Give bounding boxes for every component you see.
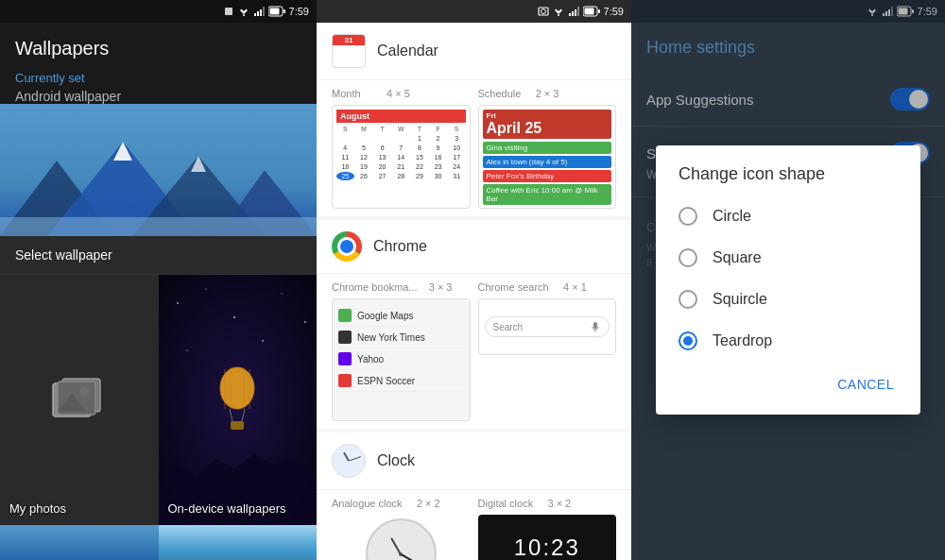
wallpapers-panel: 7:59 Wallpapers Currently set Android wa… <box>0 0 317 560</box>
chrome-search-label: Chrome search 4 × 1 <box>478 281 617 293</box>
clock-analog-col: Analogue clock 2 × 2 <box>332 498 471 560</box>
teardrop-option[interactable]: Teardrop <box>656 320 920 362</box>
calendar-schedule-preview[interactable]: Fri April 25 Gina visiting Alex in town … <box>478 105 617 209</box>
my-photos-cell[interactable]: My photos <box>0 275 159 525</box>
currently-set-label: Currently set <box>0 71 317 89</box>
squircle-option[interactable]: Squircle <box>656 279 920 320</box>
sched-event-2: Alex in town (day 4 of 5) <box>483 156 612 168</box>
status-icons-widgets: 7:59 <box>538 6 624 17</box>
status-bar-widgets: 7:59 <box>317 0 631 23</box>
calendar-section-header[interactable]: 31 Calendar <box>317 23 631 80</box>
calendar-app-icon: 31 <box>332 34 366 68</box>
chrome-section-header[interactable]: Chrome <box>317 220 631 274</box>
chrome-app-icon <box>332 231 362 262</box>
sched-event-4: Coffee with Eric 10:00 am @ Milk Bar <box>483 184 612 205</box>
svg-rect-39 <box>231 421 244 430</box>
svg-point-43 <box>558 14 559 16</box>
svg-rect-50 <box>598 9 600 13</box>
svg-point-28 <box>304 321 306 323</box>
wallpapers-title: Wallpapers <box>0 23 317 71</box>
chrome-bookmark-label: Chrome bookma... 3 × 3 <box>332 281 471 293</box>
svg-rect-9 <box>284 9 285 13</box>
calendar-widget-row: Month 4 × 5 August SMTWTFS 123 45678910 … <box>317 80 631 216</box>
squircle-label: Squircle <box>713 291 767 308</box>
wallpaper-mountain-svg <box>0 104 317 236</box>
circle-label: Circle <box>713 208 751 225</box>
espn-icon <box>338 374 352 387</box>
wifi-icon <box>238 6 249 17</box>
svg-point-41 <box>541 9 545 14</box>
ocean-thumb[interactable] <box>159 525 318 560</box>
wallpaper-main-preview <box>0 104 317 236</box>
svg-point-24 <box>177 302 179 304</box>
svg-rect-3 <box>254 13 256 16</box>
blue-sky-thumb[interactable] <box>0 525 159 560</box>
notification-icon <box>223 6 234 17</box>
dialog-title: Change icon shape <box>656 145 920 195</box>
svg-rect-4 <box>257 11 259 16</box>
bookmark-item-nyt: New York Times <box>338 327 464 348</box>
digital-clock-preview[interactable]: 10:23 TUE, MAR 27 WED, 8:30 AM <box>478 515 617 560</box>
chrome-widget-row: Chrome bookma... 3 × 3 Google Maps New Y… <box>317 274 631 429</box>
svg-rect-17 <box>0 217 317 236</box>
wallpaper-bottom-row <box>0 525 317 560</box>
chrome-bookmark-preview[interactable]: Google Maps New York Times Yahoo ESPN So… <box>332 298 471 421</box>
mic-icon <box>590 321 601 332</box>
chrome-search-col: Chrome search 4 × 1 Search <box>478 281 617 421</box>
svg-point-30 <box>262 340 264 342</box>
sched-event-1: Gina visiting <box>483 142 612 154</box>
bookmark-item-espn: ESPN Soccer <box>338 370 464 392</box>
maps-icon <box>338 309 352 322</box>
clock-section-header[interactable]: Clock <box>317 433 631 490</box>
analog-hour-hand <box>390 537 402 554</box>
clock-app-name: Clock <box>377 452 415 469</box>
select-wallpaper-button[interactable]: Select wallpaper <box>0 236 317 275</box>
circle-radio <box>679 207 697 226</box>
bookmark-item-yahoo: Yahoo <box>338 348 464 370</box>
wifi-icon-2 <box>553 6 564 17</box>
signal-icon <box>253 6 265 17</box>
home-settings-panel: 7:59 Home settings App Suggestions Show … <box>631 0 945 560</box>
sched-date-header: Fri April 25 <box>483 110 612 139</box>
widgets-panel: 7:59 31 Calendar Month 4 × 5 August <box>317 0 631 560</box>
clock-minute-hand <box>349 456 361 461</box>
svg-rect-49 <box>584 8 593 15</box>
calendar-month-label: Month 4 × 5 <box>332 88 471 99</box>
svg-rect-47 <box>577 7 579 16</box>
nyt-icon <box>338 331 352 344</box>
clock-widget-row: Analogue clock 2 × 2 Digita <box>332 498 616 560</box>
svg-rect-46 <box>575 9 576 16</box>
clock-widget-section: Clock Analogue clock 2 × 2 <box>317 433 631 560</box>
svg-rect-0 <box>225 8 232 15</box>
svg-rect-45 <box>572 11 574 16</box>
photos-icon <box>48 374 110 426</box>
wallpaper-grid: My photos <box>0 275 317 525</box>
chrome-bookmark-col: Chrome bookma... 3 × 3 Google Maps New Y… <box>332 281 471 421</box>
svg-point-25 <box>205 288 207 290</box>
square-option[interactable]: Square <box>656 237 920 279</box>
chrome-search-preview[interactable]: Search <box>478 298 617 355</box>
my-photos-label: My photos <box>9 501 66 516</box>
cal-month-header: August <box>336 110 466 123</box>
chrome-app-name: Chrome <box>373 238 427 255</box>
svg-rect-44 <box>569 13 571 16</box>
calendar-schedule-col: Schedule 2 × 3 Fri April 25 Gina visitin… <box>478 88 617 209</box>
clock-section-content: Analogue clock 2 × 2 Digita <box>317 490 631 560</box>
analog-clock-wrap[interactable] <box>332 515 471 560</box>
teardrop-label: Teardrop <box>713 332 772 349</box>
space-wallpaper-cell[interactable]: On-device wallpapers <box>159 275 318 525</box>
sched-event-3: Peter Fox's Birthday <box>483 170 612 182</box>
calendar-widget-section: 31 Calendar Month 4 × 5 August SMTWTFS 1… <box>317 23 631 216</box>
calendar-month-preview[interactable]: August SMTWTFS 123 45678910 111213141516… <box>332 105 471 209</box>
teardrop-radio <box>679 331 697 350</box>
circle-option[interactable]: Circle <box>656 195 920 237</box>
time-display: 7:59 <box>289 6 309 17</box>
svg-point-22 <box>79 386 89 396</box>
calendar-app-name: Calendar <box>377 42 438 59</box>
search-bar-mock: Search <box>485 316 610 337</box>
change-icon-shape-dialog: Change icon shape Circle Square Squircle <box>656 145 920 415</box>
digital-clock-time: 10:23 <box>514 535 580 561</box>
cancel-button[interactable]: CANCEL <box>826 369 905 399</box>
radio-inner-dot <box>683 336 693 346</box>
cal-grid: SMTWTFS 123 45678910 11121314151617 1819… <box>336 125 466 180</box>
